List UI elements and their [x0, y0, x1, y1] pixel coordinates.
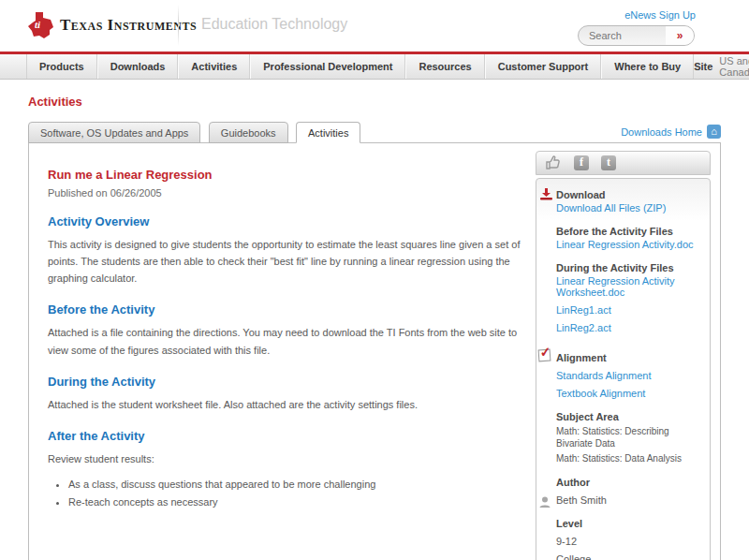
- review-bullet-list: As a class, discuss questions that appea…: [68, 477, 525, 510]
- nav-item-products[interactable]: Products: [26, 54, 97, 79]
- section-body: Attached is a file containing the direct…: [48, 324, 525, 358]
- file-link[interactable]: LinReg1.act: [556, 304, 700, 316]
- tab-software-os-updates[interactable]: Software, OS Updates and Apps: [28, 122, 200, 143]
- download-label: Download: [556, 189, 700, 200]
- tab-bar: Software, OS Updates and Apps Guidebooks…: [28, 122, 721, 143]
- ti-texas-logo-icon: ti: [28, 12, 53, 38]
- nav-item-customer-support[interactable]: Customer Support: [485, 54, 602, 79]
- social-share-bar: f t: [536, 151, 711, 175]
- before-activity-files-label: Before the Activity Files: [556, 226, 700, 237]
- section-body: Review student results:: [48, 450, 525, 467]
- tab-guidebooks[interactable]: Guidebooks: [209, 122, 288, 143]
- article-title: Run me a Linear Regression: [48, 168, 525, 182]
- twitter-icon[interactable]: t: [601, 155, 616, 170]
- svg-text:ti: ti: [35, 19, 41, 30]
- alignment-label: Alignment: [556, 352, 700, 363]
- section-body: This activity is designed to give studen…: [48, 236, 525, 287]
- like-thumbs-up-icon[interactable]: [545, 155, 562, 170]
- author-label: Author: [556, 477, 700, 488]
- download-all-files-link[interactable]: Download All Files (ZIP): [556, 202, 700, 214]
- search-box: »: [578, 25, 695, 46]
- section-heading-during-activity: During the Activity: [48, 375, 525, 389]
- level-value: College: [556, 553, 700, 560]
- download-info-box: Download Download All Files (ZIP) Before…: [536, 178, 711, 560]
- search-input[interactable]: [579, 30, 666, 41]
- subject-area-value: Math: Statistics: Describing Bivariate D…: [556, 425, 700, 449]
- during-activity-files-label: During the Activity Files: [556, 262, 700, 273]
- site-label: Site: [694, 61, 712, 72]
- level-label: Level: [556, 518, 700, 529]
- nav-item-resources[interactable]: Resources: [405, 54, 484, 79]
- file-link[interactable]: Linear Regression Activity.doc: [556, 239, 700, 250]
- standards-alignment-link[interactable]: Standards Alignment: [556, 370, 700, 381]
- section-heading-before-activity: Before the Activity: [48, 302, 525, 317]
- level-value: 9-12: [556, 536, 700, 547]
- header-divider: [178, 5, 179, 46]
- site-header: ti Texas Instruments Education Technolog…: [0, 0, 749, 52]
- nav-item-where-to-buy[interactable]: Where to Buy: [601, 54, 694, 79]
- download-icon: [539, 187, 553, 201]
- file-link[interactable]: Linear Regression Activity Worksheet.doc: [556, 275, 700, 298]
- alignment-checkmark-icon: [538, 349, 551, 362]
- downloads-home-link[interactable]: Downloads Home: [621, 126, 702, 138]
- nav-item-activities[interactable]: Activities: [178, 54, 250, 79]
- facebook-icon[interactable]: f: [574, 155, 589, 170]
- bullet-item: As a class, discuss questions that appea…: [68, 477, 525, 493]
- section-heading-after-activity: After the Activity: [48, 429, 525, 443]
- tab-activities[interactable]: Activities: [296, 122, 360, 143]
- subject-area-value: Math: Statistics: Data Analysis: [556, 452, 700, 464]
- home-icon[interactable]: ⌂: [707, 125, 721, 139]
- ti-logo[interactable]: ti Texas Instruments: [28, 12, 197, 38]
- division-title: Education Technology: [201, 16, 347, 33]
- nav-item-professional-development[interactable]: Professional Development: [250, 54, 405, 79]
- subject-area-label: Subject Area: [556, 411, 700, 422]
- author-value: Beth Smith: [556, 494, 700, 506]
- published-date: Published on 06/26/2005: [48, 187, 525, 199]
- page-title: Activities: [28, 95, 749, 109]
- enews-signup-link[interactable]: eNews Sign Up: [624, 9, 696, 21]
- site-selector[interactable]: Site US and Canada: [694, 54, 749, 79]
- textbook-alignment-link[interactable]: Textbook Alignment: [556, 388, 700, 399]
- section-body: Attached is the student worksheet file. …: [48, 396, 525, 413]
- site-value: US and Canada: [719, 55, 749, 78]
- activity-sidebar: f t Download Download All Files (ZIP) Be…: [536, 151, 711, 560]
- file-link[interactable]: LinReg2.act: [556, 322, 700, 333]
- bullet-item: Re-teach concepts as necessary: [68, 494, 525, 510]
- nav-item-downloads[interactable]: Downloads: [97, 54, 179, 79]
- search-submit-button[interactable]: »: [666, 26, 694, 45]
- section-heading-activity-overview: Activity Overview: [48, 214, 525, 228]
- content-panel: Run me a Linear Regression Published on …: [28, 142, 721, 560]
- brand-name: Texas Instruments: [60, 16, 197, 35]
- author-person-icon: [538, 495, 551, 508]
- article: Run me a Linear Regression Published on …: [48, 168, 525, 510]
- main-nav: Products Downloads Activities Profession…: [0, 54, 749, 80]
